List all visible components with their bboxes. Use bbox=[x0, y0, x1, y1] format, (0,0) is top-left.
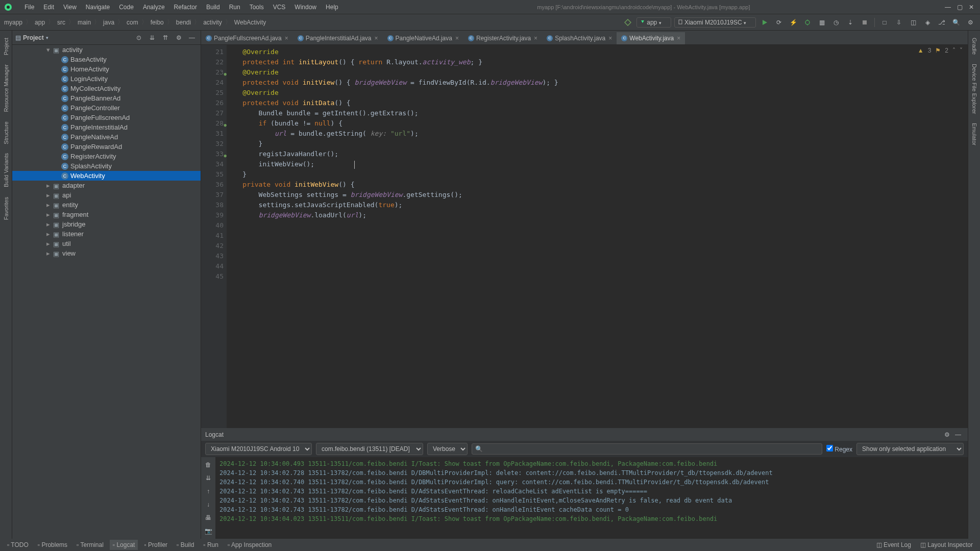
tree-item-panglerewardad[interactable]: CPangleRewardAd bbox=[12, 142, 201, 152]
project-view-dropdown-icon[interactable]: ▾ bbox=[46, 35, 48, 40]
menu-refactor[interactable]: Refactor bbox=[170, 3, 201, 12]
soft-wrap-icon[interactable]: ↑ bbox=[203, 486, 214, 497]
menu-file[interactable]: File bbox=[20, 3, 38, 12]
logcat-process-select[interactable]: com.feibo.bendi (13511) [DEAD] bbox=[316, 443, 423, 455]
bottom-tab-run[interactable]: ▫ Run bbox=[200, 540, 222, 550]
tool-tab-favorites[interactable]: Favorites bbox=[2, 193, 10, 224]
tree-item-jsbridge[interactable]: ▸▣jsbridge bbox=[12, 219, 201, 229]
locate-file-icon[interactable]: ⊙ bbox=[133, 32, 144, 43]
breadcrumb-item[interactable]: main bbox=[78, 19, 91, 26]
minimize-icon[interactable]: — bbox=[945, 4, 951, 11]
breadcrumb-item[interactable]: WebActivity bbox=[234, 19, 266, 26]
breadcrumb-item[interactable]: activity bbox=[203, 19, 222, 26]
tab-splashactivity[interactable]: CSplashActivity.java× bbox=[542, 32, 617, 44]
tree-item-webactivity[interactable]: CWebActivity bbox=[12, 171, 201, 181]
logcat-output[interactable]: 2024-12-12 10:34:00.493 13511-13511/com.… bbox=[215, 457, 968, 539]
tree-item-panglefullscreenad[interactable]: CPangleFullscreenAd bbox=[12, 113, 201, 122]
bottom-tab-profiler[interactable]: ▫ Profiler bbox=[141, 540, 170, 550]
breadcrumb-item[interactable]: feibo bbox=[151, 19, 164, 26]
tab-registeractivity[interactable]: CRegisterActivity.java× bbox=[463, 32, 542, 44]
maximize-icon[interactable]: ▢ bbox=[957, 4, 963, 11]
menu-build[interactable]: Build bbox=[202, 3, 224, 12]
menu-code[interactable]: Code bbox=[115, 3, 138, 12]
restart-icon[interactable]: ↓ bbox=[203, 499, 214, 510]
git-icon[interactable]: ⎇ bbox=[936, 17, 947, 28]
tree-item-fragment[interactable]: ▸▣fragment bbox=[12, 210, 201, 219]
sync-gradle-icon[interactable] bbox=[622, 17, 633, 28]
menu-edit[interactable]: Edit bbox=[39, 3, 58, 12]
code-editor[interactable]: @Override protected int initLayout() { r… bbox=[227, 45, 968, 428]
logcat-search-input[interactable] bbox=[483, 444, 819, 454]
coverage-icon[interactable]: ▦ bbox=[816, 17, 827, 28]
logcat-minimize-icon[interactable]: — bbox=[952, 429, 964, 440]
tree-item-pangleinterstitialad[interactable]: CPangleInterstitialAd bbox=[12, 122, 201, 132]
layout-inspector-icon[interactable]: ◫ bbox=[908, 17, 919, 28]
clear-log-icon[interactable]: 🗑 bbox=[203, 459, 214, 470]
breadcrumb-item[interactable]: bendi bbox=[176, 19, 191, 26]
close-tab-icon[interactable]: × bbox=[608, 35, 612, 42]
logcat-gear-icon[interactable]: ⚙ bbox=[941, 429, 952, 440]
search-icon[interactable]: 🔍 bbox=[950, 17, 962, 28]
bottom-tab-problems[interactable]: ▫ Problems bbox=[35, 540, 70, 550]
breadcrumb-item[interactable]: app bbox=[35, 19, 45, 26]
tree-item-util[interactable]: ▸▣util bbox=[12, 239, 201, 248]
breadcrumb-item[interactable]: src bbox=[57, 19, 65, 26]
tree-item-registeractivity[interactable]: CRegisterActivity bbox=[12, 152, 201, 161]
debug-icon[interactable] bbox=[802, 17, 813, 28]
attach-debugger-icon[interactable]: ⇣ bbox=[845, 17, 856, 28]
tool-tab-gradle[interactable]: Gradle bbox=[970, 34, 978, 59]
tool-tab-resource-manager[interactable]: Resource Manager bbox=[2, 60, 10, 116]
close-tab-icon[interactable]: × bbox=[375, 35, 378, 42]
inspection-summary[interactable]: ▲3 ⚑2 ˄ ˅ bbox=[918, 47, 963, 54]
tree-item-view[interactable]: ▸▣view bbox=[12, 248, 201, 258]
breadcrumb-item[interactable]: myapp bbox=[4, 19, 22, 26]
breadcrumb-item[interactable]: com bbox=[127, 19, 138, 26]
logcat-regex-toggle[interactable]: Regex bbox=[826, 445, 852, 453]
tree-item-activity[interactable]: ▾▣activity bbox=[12, 45, 201, 55]
tree-item-panglecontroller[interactable]: CPangleController bbox=[12, 103, 201, 113]
stop-icon[interactable] bbox=[859, 17, 870, 28]
print-icon[interactable]: 🖶 bbox=[203, 512, 214, 523]
profile-icon[interactable]: ◷ bbox=[830, 17, 842, 28]
tool-tab-project[interactable]: Project bbox=[2, 34, 10, 59]
chevron-up-icon[interactable]: ˄ bbox=[952, 47, 955, 54]
chevron-down-icon[interactable]: ˅ bbox=[960, 47, 963, 54]
tab-pangleinterstitialad[interactable]: CPangleInterstitialAd.java× bbox=[293, 32, 383, 44]
project-view-icon[interactable]: ▤ bbox=[15, 34, 21, 41]
close-icon[interactable]: ✕ bbox=[969, 4, 974, 11]
close-tab-icon[interactable]: × bbox=[285, 35, 288, 42]
tool-tab-structure[interactable]: Structure bbox=[2, 117, 10, 148]
gear-icon[interactable]: ⚙ bbox=[173, 32, 184, 43]
tool-tab-build-variants[interactable]: Build Variants bbox=[2, 149, 10, 191]
logcat-search[interactable]: 🔍 bbox=[472, 443, 822, 455]
tree-item-baseactivity[interactable]: CBaseActivity bbox=[12, 55, 201, 64]
run-config-select[interactable]: app ▾ bbox=[636, 17, 671, 28]
logcat-device-select[interactable]: Xiaomi M2010J19SC Android 10 bbox=[205, 443, 312, 455]
tree-item-panglenativead[interactable]: CPangleNativeAd bbox=[12, 132, 201, 142]
bottom-tab-build[interactable]: ▫ Build bbox=[174, 540, 197, 550]
sdk-icon[interactable]: ⇩ bbox=[893, 17, 904, 28]
tree-item-loginactivity[interactable]: CLoginActivity bbox=[12, 74, 201, 84]
tree-item-homeactivity[interactable]: CHomeActivity bbox=[12, 64, 201, 74]
close-tab-icon[interactable]: × bbox=[455, 35, 459, 42]
logcat-level-select[interactable]: Verbose bbox=[427, 443, 468, 455]
tool-tab-emulator[interactable]: Emulator bbox=[970, 119, 978, 149]
device-select[interactable]: Xiaomi M2010J19SC ▾ bbox=[674, 17, 756, 28]
screenshot-icon[interactable]: 📷 bbox=[203, 525, 214, 537]
tree-item-listener[interactable]: ▸▣listener bbox=[12, 229, 201, 239]
breadcrumb-item[interactable]: java bbox=[103, 19, 114, 26]
apply-code-icon[interactable]: ⚡ bbox=[788, 17, 799, 28]
logcat-filter-select[interactable]: Show only selected application bbox=[856, 443, 964, 455]
hide-panel-icon[interactable]: — bbox=[186, 32, 198, 43]
bottom-tab-layout-inspector[interactable]: ◫ Layout Inspector bbox=[917, 540, 976, 550]
scroll-end-icon[interactable]: ⇊ bbox=[203, 472, 214, 484]
settings-icon[interactable]: ⚙ bbox=[965, 17, 976, 28]
tab-panglefullscreenad[interactable]: CPangleFullscreenAd.java× bbox=[201, 32, 293, 44]
tool-tab-device-file-explorer[interactable]: Device File Explorer bbox=[970, 60, 978, 118]
menu-run[interactable]: Run bbox=[225, 3, 244, 12]
tree-item-panglebannerad[interactable]: CPangleBannerAd bbox=[12, 93, 201, 103]
menu-view[interactable]: View bbox=[59, 3, 81, 12]
menu-vcs[interactable]: VCS bbox=[269, 3, 290, 12]
avdm-icon[interactable]: □ bbox=[879, 17, 890, 28]
menu-window[interactable]: Window bbox=[290, 3, 321, 12]
